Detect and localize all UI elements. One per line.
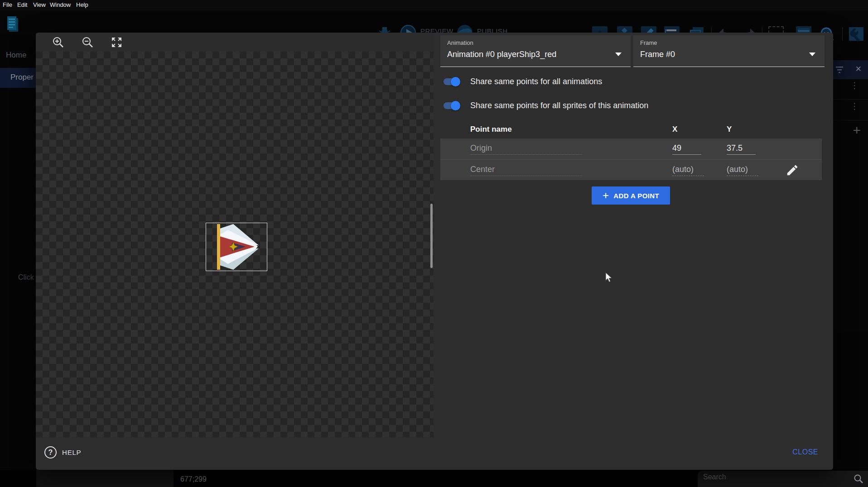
sprite-canvas-pane [36,33,434,437]
canvas-toolbar [36,33,434,52]
zoom-in-icon[interactable] [52,36,64,48]
add-point-label: ADD A POINT [613,192,659,200]
edit-points-dialog: Animation Animation #0 playerShip3_red F… [36,33,833,470]
app-window: File Edit View Window Help PREVIEW PUBLI… [0,0,868,487]
frame-select-value: Frame #0 [640,50,675,59]
table-row-center: Center (auto) (auto) [440,159,822,180]
help-button[interactable]: ? HELP [44,446,81,458]
zoom-out-icon[interactable] [82,36,94,48]
mouse-cursor [604,272,614,283]
list-item: + [833,121,868,141]
menu-bar: File Edit View Window Help [0,0,868,10]
toggle-switch-on[interactable] [442,101,460,110]
animation-select[interactable]: Animation Animation #0 playerShip3_red [440,35,631,67]
table-row-origin: Origin 49 37.5 [440,138,822,159]
search-input[interactable] [703,473,839,481]
list-item: ⋮ [833,79,868,100]
column-header-point-name: Point name [470,125,512,134]
center-y-field: (auto) [727,165,758,176]
background-clipped-text: Click [18,273,34,282]
toggle-label: Share same points for all animations [470,77,602,86]
dialog-footer: ? HELP CLOSE [36,437,833,470]
menu-window[interactable]: Window [50,0,71,10]
canvas-scrollbar-thumb[interactable] [430,204,433,268]
bottom-left-panel [36,470,174,487]
menu-file[interactable]: File [3,0,12,10]
point-name-field: Center [470,165,582,176]
filter-icon[interactable] [836,66,845,73]
kebab-menu-icon[interactable]: ⋮ [850,104,859,108]
help-label: HELP [62,449,81,456]
search-icon [854,474,863,484]
toggle-thumb [451,101,460,110]
plus-icon: + [603,191,609,200]
center-x-field: (auto) [672,165,704,176]
toggle-thumb [451,77,460,86]
player-ship-sprite [206,223,267,271]
chevron-down-icon [615,53,622,56]
animation-select-label: Animation [447,39,473,46]
chevron-down-icon [809,53,815,56]
list-item: ⋮ [833,100,868,120]
toolbar-separator [842,27,843,41]
close-button[interactable]: CLOSE [792,448,818,456]
edit-pencil-icon[interactable] [786,163,799,177]
help-icon: ? [44,446,57,458]
add-icon[interactable]: + [853,123,861,138]
cursor-coordinates: 677;299 [180,475,207,483]
toggle-share-all-animations[interactable]: Share same points for all animations [442,76,602,87]
background-right-panel: ✕ ⋮ ⋮ + [833,60,868,332]
project-settings-wrench-icon[interactable] [848,26,864,42]
tab-home[interactable]: Home [6,51,26,60]
add-point-button[interactable]: + ADD A POINT [592,186,670,205]
kebab-menu-icon[interactable]: ⋮ [850,83,859,87]
sprite-bounding-box [206,223,267,271]
fit-to-screen-icon[interactable] [111,36,123,48]
search-bar [698,471,868,487]
frame-select[interactable]: Frame Frame #0 [633,35,825,67]
column-header-y: Y [727,125,732,134]
menu-edit[interactable]: Edit [17,0,27,10]
column-header-x: X [672,125,677,134]
tab-properties-label: Proper [10,73,34,82]
project-manager-icon[interactable] [6,15,20,34]
menu-help[interactable]: Help [76,0,88,10]
point-name-field: Origin [470,143,582,155]
menu-view[interactable]: View [33,0,46,10]
toggle-share-all-sprites[interactable]: Share same points for all sprites of thi… [442,100,648,111]
close-panel-icon[interactable]: ✕ [855,64,862,74]
origin-y-field[interactable]: 37.5 [727,143,756,155]
animation-select-value: Animation #0 playerShip3_red [447,50,556,59]
toggle-switch-on[interactable] [442,77,460,86]
panel-header: ✕ [833,60,868,79]
points-panel: Animation Animation #0 playerShip3_red F… [434,33,833,437]
origin-x-field[interactable]: 49 [672,143,701,155]
toggle-label: Share same points for all sprites of thi… [470,101,648,110]
frame-select-label: Frame [640,39,657,46]
